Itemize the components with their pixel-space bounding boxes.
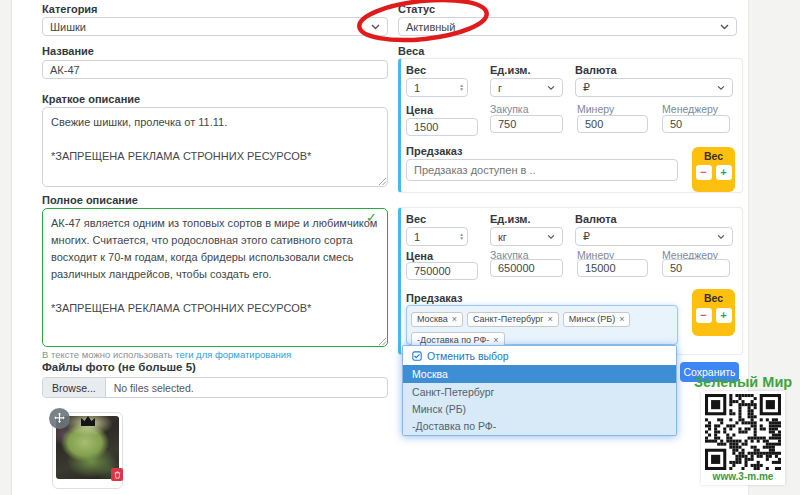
purchase-input[interactable] <box>490 115 563 133</box>
brand-watermark: Зеленый Мир <box>694 374 792 390</box>
manager-input[interactable] <box>662 259 730 277</box>
unit-select[interactable]: кг <box>490 227 563 246</box>
price-input[interactable] <box>406 118 478 136</box>
city-dropdown: Отменить выбор Москва Санкт-Петербург Ми… <box>402 345 677 436</box>
option-label: Москва <box>412 368 448 380</box>
weight-number-input[interactable]: 1 ▴▾ <box>406 227 468 246</box>
option-label: -Доставка по РФ- <box>412 420 496 432</box>
valid-check-icon: ✓ <box>366 210 377 225</box>
full-description-label: Полное описание <box>42 194 138 206</box>
qr-code <box>705 394 781 470</box>
manager-input[interactable] <box>662 115 730 133</box>
trash-icon <box>114 471 121 479</box>
weights-section-label: Веса <box>398 45 424 57</box>
dropdown-option[interactable]: Минск (РБ) <box>403 400 676 417</box>
weight-box-label: Вес <box>704 150 723 162</box>
status-select[interactable]: Активный <box>398 17 737 36</box>
remove-tag-icon[interactable]: × <box>452 314 457 324</box>
move-icon <box>53 412 66 425</box>
unit-select[interactable]: г <box>490 78 563 97</box>
checkbox-checked-icon <box>412 351 422 361</box>
unit-value: г <box>498 82 502 94</box>
weight-box-2: Вес − + <box>692 289 735 336</box>
price-input[interactable] <box>406 262 478 280</box>
weight-value: 1 <box>414 231 420 243</box>
clear-option-label: Отменить выбор <box>427 350 509 362</box>
city-tag[interactable]: Санкт-Петербург× <box>467 312 559 327</box>
qr-card: www.3-m.me <box>701 391 785 485</box>
category-value: Шишки <box>50 21 86 33</box>
currency-select[interactable]: ₽ <box>575 227 733 246</box>
currency-value: ₽ <box>583 230 590 243</box>
preorder-input[interactable] <box>406 159 678 181</box>
photo-delete-button[interactable] <box>111 468 123 481</box>
price-label: Цена <box>406 104 433 116</box>
dropdown-option[interactable]: -Доставка по РФ- <box>403 417 676 435</box>
miner-label: Минеру <box>577 103 614 115</box>
category-label: Категория <box>42 3 98 15</box>
file-input-status: No files selected. <box>106 382 194 394</box>
product-edit-form: Категория Шишки Название Краткое описани… <box>0 0 800 495</box>
photo-move-handle[interactable] <box>49 408 70 429</box>
dropdown-option-selected[interactable]: Москва <box>403 365 676 383</box>
add-weight-button[interactable]: + <box>716 165 732 180</box>
remove-tag-icon[interactable]: × <box>619 314 624 324</box>
chevron-down-icon <box>717 85 725 90</box>
preorder-multiselect[interactable]: Москва×Санкт-Петербург×Минск (РБ)×-Доста… <box>406 305 678 345</box>
weight-number-input[interactable]: 1 ▴▾ <box>406 78 468 97</box>
name-input[interactable] <box>42 60 388 79</box>
preorder-label: Предзаказ <box>406 292 463 304</box>
currency-value: ₽ <box>583 81 590 94</box>
purchase-label: Закупка <box>490 103 529 115</box>
category-select[interactable]: Шишки <box>42 17 388 36</box>
chevron-down-icon <box>547 234 555 239</box>
spinner-down-icon[interactable]: ▾ <box>460 88 463 93</box>
option-label: Минск (РБ) <box>412 403 466 415</box>
format-hint: В тексте можно использовать теги для фор… <box>42 349 291 360</box>
weight-box-label: Вес <box>704 292 723 304</box>
weight-label: Вес <box>406 64 426 76</box>
dropdown-clear-option[interactable]: Отменить выбор <box>403 346 676 365</box>
unit-label: Ед.изм. <box>490 213 531 225</box>
preorder-label: Предзаказ <box>406 145 463 157</box>
remove-weight-button[interactable]: − <box>696 165 712 180</box>
add-weight-button[interactable]: + <box>716 308 732 323</box>
manager-label: Менеджеру <box>662 103 718 115</box>
browse-button[interactable]: Browse... <box>43 378 106 397</box>
spinner-down-icon[interactable]: ▾ <box>460 237 463 242</box>
short-description-label: Краткое описание <box>42 93 140 105</box>
city-tag-label: -Доставка по РФ- <box>417 335 489 345</box>
status-label: Статус <box>398 3 435 15</box>
city-tag-label: Санкт-Петербург <box>473 314 544 324</box>
purchase-input[interactable] <box>490 259 563 277</box>
number-spinner[interactable]: ▴▾ <box>460 83 463 92</box>
city-tag[interactable]: Москва× <box>411 312 463 327</box>
format-hint-text: В тексте можно использовать <box>42 349 175 360</box>
city-tag-label: Минск (РБ) <box>569 314 615 324</box>
unit-label: Ед.изм. <box>490 64 531 76</box>
remove-tag-icon[interactable]: × <box>548 314 553 324</box>
name-label: Название <box>42 45 94 57</box>
dropdown-option[interactable]: Санкт-Петербург <box>403 383 676 400</box>
miner-input[interactable] <box>577 115 648 133</box>
currency-select[interactable]: ₽ <box>575 78 733 97</box>
crown-icon <box>80 416 96 428</box>
chevron-down-icon <box>547 85 555 90</box>
city-tag-label: Москва <box>417 314 448 324</box>
city-tag[interactable]: Минск (РБ)× <box>563 312 631 327</box>
remove-weight-button[interactable]: − <box>696 308 712 323</box>
miner-input[interactable] <box>577 259 648 277</box>
photo-files-label: Файлы фото (не больше 5) <box>42 361 196 373</box>
format-tags-link[interactable]: теги для форматирования <box>175 349 291 360</box>
currency-label: Валюта <box>575 213 617 225</box>
file-input[interactable]: Browse... No files selected. <box>42 377 388 398</box>
short-description-textarea[interactable]: Свежие шишки, пролечка от 11.11. *ЗАПРЕЩ… <box>42 107 388 187</box>
chevron-down-icon <box>720 24 729 30</box>
full-description-textarea[interactable]: АК-47 является одним из топовых сортов в… <box>42 208 388 347</box>
left-gutter <box>0 0 12 495</box>
price-label: Цена <box>406 250 433 262</box>
status-value: Активный <box>406 21 455 33</box>
remove-tag-icon[interactable]: × <box>493 335 498 345</box>
chevron-down-icon <box>717 234 725 239</box>
number-spinner[interactable]: ▴▾ <box>460 232 463 241</box>
